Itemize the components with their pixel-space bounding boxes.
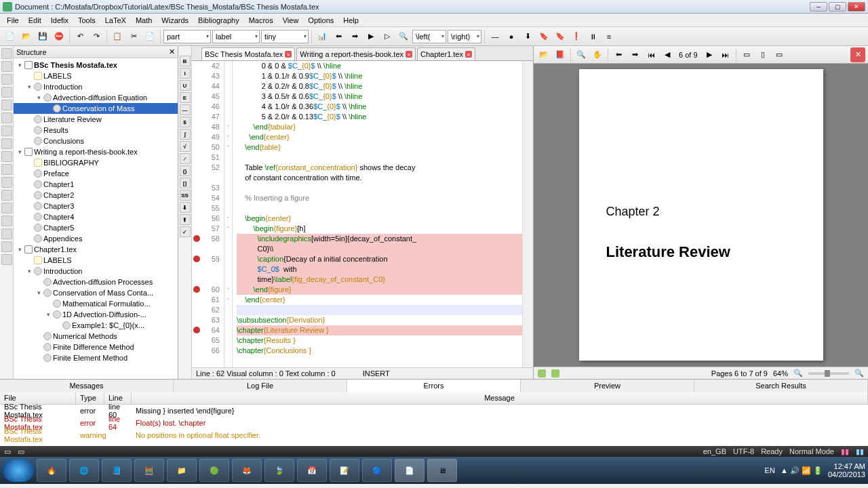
tree-node[interactable]: Chapter4: [14, 211, 178, 222]
tree-node[interactable]: Chapter2: [14, 190, 178, 201]
tree-node[interactable]: Mathematical Formulatio...: [14, 298, 178, 309]
tab-close-icon[interactable]: ×: [465, 51, 472, 58]
pdf-prev-icon[interactable]: ◀: [660, 47, 675, 62]
taskbar-chrome[interactable]: 🟢: [199, 459, 229, 482]
pdf-zoom-icon[interactable]: 🔍: [574, 47, 589, 62]
tree-node[interactable]: Chapter1: [14, 179, 178, 190]
tool-8[interactable]: ≡: [601, 29, 616, 44]
close-button[interactable]: ✕: [848, 2, 865, 12]
italic-button[interactable]: I: [180, 68, 191, 79]
tree-node[interactable]: ▾Conservation of Mass Conta...: [14, 287, 178, 298]
menu-latex[interactable]: LaTeX: [101, 15, 130, 26]
pdf-adobe-icon[interactable]: 📕: [553, 47, 568, 62]
pdf-facing-icon[interactable]: ▭: [772, 47, 787, 62]
run-button[interactable]: ▶: [363, 29, 378, 44]
editor-scrollbar[interactable]: [522, 61, 533, 367]
tool-3[interactable]: ⬇: [520, 29, 535, 44]
pdf-close-icon[interactable]: ✕: [850, 47, 865, 62]
tree-node[interactable]: Finite Difference Method: [14, 342, 178, 352]
prev-button[interactable]: ⬅: [331, 29, 346, 44]
tool-4[interactable]: 🔖: [536, 29, 551, 44]
tree-node[interactable]: ▾1D Advection-Diffusion-...: [14, 309, 178, 320]
tree-node[interactable]: Conservation of Mass: [14, 103, 178, 114]
tree-node[interactable]: Finite Element Method: [14, 352, 178, 363]
undo-button[interactable]: ↶: [73, 29, 87, 44]
bottom-tab-preview[interactable]: Preview: [521, 380, 694, 392]
tree-node[interactable]: Preface: [14, 168, 178, 179]
paste-button[interactable]: 📄: [142, 29, 157, 44]
left-delim-combo[interactable]: \left(: [412, 30, 446, 43]
next-button[interactable]: ➡: [347, 29, 362, 44]
minimize-button[interactable]: ─: [810, 2, 827, 12]
bottom-tab-errors[interactable]: Errors: [347, 380, 521, 392]
tree-node[interactable]: Conclusions: [14, 136, 178, 146]
menu-wizards[interactable]: Wizards: [157, 15, 193, 26]
tree-node[interactable]: Results: [14, 125, 178, 136]
pdf-view[interactable]: Chapter 2 Literature Review: [534, 64, 868, 367]
tab-close-icon[interactable]: ×: [285, 51, 292, 58]
menu-options[interactable]: Options: [304, 15, 338, 26]
bottom-tab-search-results[interactable]: Search Results: [694, 380, 868, 392]
taskbar-current[interactable]: 🖥: [427, 459, 457, 482]
size-combo[interactable]: tiny: [261, 30, 309, 43]
taskbar-firefox[interactable]: 🦊: [232, 459, 262, 482]
close-doc-button[interactable]: ⛔: [52, 29, 66, 44]
right-delim-combo[interactable]: \right): [448, 30, 481, 43]
structure-tree[interactable]: ▾BSc Thesis Mostafa.texLABELS▾Introducti…: [14, 58, 178, 379]
pdf-next-icon[interactable]: ▶: [702, 47, 717, 62]
editor-tab[interactable]: Writing a report-thesis-book.tex×: [296, 47, 416, 60]
pdf-first-icon[interactable]: ⏮: [644, 47, 658, 62]
editor-tab[interactable]: BSc Thesis Mostafa.tex×: [201, 47, 295, 60]
tool-5[interactable]: 🔖: [553, 29, 568, 44]
taskbar-app[interactable]: 🔥: [37, 459, 66, 482]
taskbar-tex[interactable]: 📄: [395, 459, 425, 482]
tree-node[interactable]: ▾Introduction: [14, 81, 178, 92]
label-combo[interactable]: label: [212, 30, 260, 43]
pdf-back-icon[interactable]: ⬅: [611, 47, 626, 62]
menu-view[interactable]: View: [279, 15, 303, 26]
section-combo[interactable]: part: [163, 30, 211, 43]
status-icon[interactable]: ▭: [18, 447, 24, 456]
taskbar-skype[interactable]: 🔵: [362, 459, 392, 482]
menu-math[interactable]: Math: [132, 15, 156, 26]
tree-node[interactable]: ▾BSc Thesis Mostafa.tex: [14, 60, 178, 70]
pdf-single-icon[interactable]: ▭: [739, 47, 754, 62]
tab-close-icon[interactable]: ×: [406, 51, 412, 58]
taskbar-app2[interactable]: 🍃: [264, 459, 294, 482]
underline-button[interactable]: U: [180, 80, 191, 91]
tree-node[interactable]: BIBLIOGRAPHY: [14, 157, 178, 168]
zoom-slider[interactable]: [808, 372, 849, 375]
zoom-out-icon[interactable]: 🔍: [793, 369, 803, 378]
save-button[interactable]: 💾: [35, 29, 50, 44]
tree-node[interactable]: ▾Chapter1.tex: [14, 244, 178, 255]
search-button[interactable]: 🔍: [396, 29, 411, 44]
tree-node[interactable]: ▾Introduction: [14, 266, 178, 277]
maximize-button[interactable]: ▢: [829, 2, 846, 12]
taskbar-explorer[interactable]: 📁: [167, 459, 197, 482]
code-editor[interactable]: 4243444546474849505152535455565758596061…: [192, 61, 533, 367]
tree-node[interactable]: Example1: $C_{0}(x...: [14, 320, 178, 331]
vtool[interactable]: [1, 48, 12, 59]
tree-node[interactable]: Literature Review: [14, 114, 178, 125]
structure-close-icon[interactable]: ✕: [169, 47, 175, 56]
editor-tab[interactable]: Chapter1.tex×: [417, 47, 475, 60]
tree-node[interactable]: Chapter3: [14, 201, 178, 211]
menu-macros[interactable]: Macros: [245, 15, 277, 26]
open-button[interactable]: 📂: [19, 29, 34, 44]
tree-node[interactable]: Chapter5: [14, 222, 178, 233]
tree-node[interactable]: ▾Advection-diffusion Equation: [14, 92, 178, 103]
menu-file[interactable]: File: [3, 15, 23, 26]
tree-node[interactable]: ▾Writing a report-thesis-book.tex: [14, 146, 178, 157]
taskbar-app4[interactable]: 📝: [330, 459, 359, 482]
taskbar-app3[interactable]: 📅: [297, 459, 327, 482]
menu-edit[interactable]: Edit: [24, 15, 45, 26]
tree-node[interactable]: LABELS: [14, 255, 178, 266]
tool-6[interactable]: ❗: [569, 29, 584, 44]
tree-node[interactable]: LABELS: [14, 70, 178, 81]
taskbar-ie[interactable]: 🌐: [69, 459, 99, 482]
tool-1[interactable]: —: [488, 29, 502, 44]
menu-idefix[interactable]: Idefix: [47, 15, 73, 26]
tree-node[interactable]: Numerical Methods: [14, 331, 178, 342]
status-icon[interactable]: ▭: [4, 447, 11, 456]
new-file-button[interactable]: 📄: [3, 29, 18, 44]
